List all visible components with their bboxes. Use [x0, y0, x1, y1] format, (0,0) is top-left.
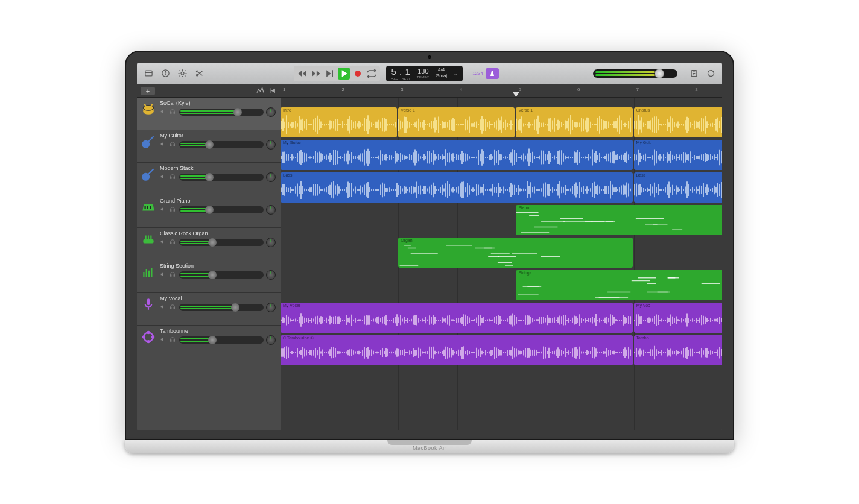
svg-point-40	[143, 336, 145, 338]
add-track-button[interactable]: +	[141, 87, 155, 95]
metronome-button[interactable]	[486, 68, 499, 79]
track-volume-slider[interactable]	[179, 141, 264, 148]
track-name: My Guitar	[160, 133, 276, 139]
svg-rect-35	[174, 307, 174, 309]
catch-icon[interactable]	[267, 86, 277, 96]
lcd-display[interactable]: 5 . 1 BAR BEAT 130 TEMPO 4/4 Gmaj ⌄	[386, 66, 463, 81]
timeline-ruler[interactable]: 12345678	[281, 84, 722, 97]
audio-region[interactable]: My Guit	[634, 140, 722, 170]
track-row[interactable]: My Guitar	[137, 130, 281, 163]
stop-button[interactable]	[324, 68, 336, 80]
mute-button[interactable]	[160, 206, 167, 213]
pan-knob[interactable]	[266, 107, 276, 117]
record-button[interactable]	[352, 68, 364, 80]
track-row[interactable]: Tambourine	[137, 326, 281, 358]
headphone-button[interactable]	[170, 304, 177, 311]
region-label: Bass	[283, 173, 293, 177]
chevron-down-icon[interactable]: ⌄	[453, 70, 458, 77]
settings-icon[interactable]	[176, 67, 189, 80]
track-instrument-icon	[141, 134, 156, 150]
headphone-button[interactable]	[170, 239, 177, 246]
audio-region[interactable]: Piano	[516, 205, 722, 235]
scissors-icon[interactable]	[192, 67, 206, 80]
track-volume-slider[interactable]	[179, 109, 264, 116]
svg-rect-68	[408, 248, 416, 249]
audio-region[interactable]: Bass	[281, 172, 633, 203]
mute-button[interactable]	[160, 239, 167, 246]
timesig-display: 4/4	[438, 68, 445, 73]
headphone-button[interactable]	[170, 271, 177, 279]
automation-icon[interactable]	[255, 86, 265, 96]
svg-point-17	[142, 174, 149, 180]
playhead-icon[interactable]	[512, 92, 519, 97]
loops-button[interactable]	[704, 67, 717, 80]
audio-region[interactable]: Verse 1	[516, 107, 632, 137]
pan-knob[interactable]	[266, 205, 276, 215]
notes-button[interactable]	[687, 67, 700, 80]
pan-knob[interactable]	[266, 172, 276, 182]
mute-button[interactable]	[160, 336, 167, 344]
svg-rect-18	[171, 177, 171, 179]
headphone-button[interactable]	[170, 206, 177, 213]
svg-rect-31	[171, 275, 171, 277]
audio-region[interactable]: My Guitar	[281, 140, 633, 170]
svg-rect-71	[518, 295, 539, 296]
master-volume-slider[interactable]	[593, 69, 677, 78]
pan-knob[interactable]	[266, 270, 276, 280]
svg-rect-28	[150, 236, 151, 240]
cycle-button[interactable]	[366, 68, 378, 80]
svg-rect-57	[446, 245, 472, 246]
svg-rect-16	[174, 145, 174, 146]
forward-button[interactable]	[310, 68, 322, 80]
pan-knob[interactable]	[266, 335, 276, 345]
region-label: Bass	[636, 173, 646, 177]
track-row[interactable]: Classic Rock Organ	[137, 228, 281, 260]
pan-knob[interactable]	[266, 238, 276, 247]
mute-button[interactable]	[160, 304, 167, 311]
track-volume-slider[interactable]	[179, 271, 264, 279]
headphone-button[interactable]	[170, 109, 177, 116]
track-volume-slider[interactable]	[179, 206, 264, 213]
audio-region[interactable]: Organ	[398, 238, 632, 268]
track-volume-slider[interactable]	[179, 336, 264, 344]
track-row[interactable]: SoCal (Kyle)	[137, 98, 281, 130]
track-volume-slider[interactable]	[179, 239, 264, 246]
track-name: String Section	[160, 263, 276, 269]
track-row[interactable]: Grand Piano	[137, 195, 281, 228]
pan-knob[interactable]	[266, 140, 276, 150]
audio-region[interactable]: Chorus	[634, 107, 722, 137]
track-row[interactable]: Modern Stack	[137, 163, 281, 195]
audio-region[interactable]: Bass	[634, 172, 722, 203]
track-row[interactable]: My Vocal	[137, 293, 281, 326]
volume-knob[interactable]	[655, 69, 664, 78]
track-volume-slider[interactable]	[179, 174, 264, 181]
track-volume-slider[interactable]	[179, 304, 264, 311]
svg-rect-75	[702, 283, 720, 285]
arrangement-area[interactable]: Intro Verse 1 Verse 1 Chorus My Guitar M…	[281, 98, 722, 430]
pan-knob[interactable]	[266, 303, 276, 312]
svg-rect-58	[491, 253, 510, 254]
help-button[interactable]	[159, 67, 172, 80]
audio-region[interactable]: My Vocal	[281, 303, 633, 333]
audio-region[interactable]: My Voc	[634, 303, 722, 333]
headphone-button[interactable]	[170, 336, 177, 344]
rewind-button[interactable]	[296, 68, 308, 80]
mute-button[interactable]	[160, 174, 167, 181]
toolbar: 5 . 1 BAR BEAT 130 TEMPO 4/4 Gmaj ⌄ 1234	[137, 63, 722, 84]
headphone-button[interactable]	[170, 174, 177, 181]
headphone-button[interactable]	[170, 141, 177, 148]
playhead-line[interactable]	[516, 98, 516, 430]
svg-rect-13	[174, 112, 174, 114]
audio-region[interactable]: C Tambourine ①	[281, 335, 633, 365]
track-instrument-icon	[141, 329, 156, 345]
play-button[interactable]	[338, 68, 350, 80]
audio-region[interactable]: Verse 1	[398, 107, 515, 137]
library-button[interactable]	[142, 67, 155, 80]
mute-button[interactable]	[160, 109, 167, 116]
audio-region[interactable]: Strings	[516, 270, 722, 300]
mute-button[interactable]	[160, 271, 167, 279]
audio-region[interactable]: Tambo	[634, 335, 722, 365]
mute-button[interactable]	[160, 141, 167, 148]
track-row[interactable]: String Section	[137, 260, 281, 293]
audio-region[interactable]: Intro	[281, 107, 397, 137]
